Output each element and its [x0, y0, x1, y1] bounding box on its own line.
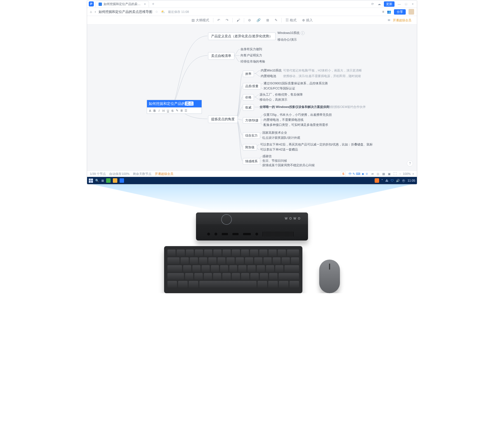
root-node-text[interactable]: 如何挖掘和定位产品的卖点 — [147, 100, 202, 107]
leaf-builtin-win10[interactable]: 内置Win10系统 — [261, 68, 282, 73]
root-node-editor[interactable]: 如何挖掘和定位产品的卖点 A B I H U S ✎ ≣ ☰ — [147, 100, 202, 114]
security-icon[interactable]: 🛡 — [391, 179, 394, 182]
leaf-discount[interactable]: 可以拿出下单H2后，再买其他产品可以减一定的折扣/优惠，比如：折叠键盘、鼠标 — [260, 142, 373, 147]
fullscreen-icon[interactable]: ⛶ — [393, 172, 396, 175]
topic-icon[interactable]: ⊞ — [265, 17, 271, 23]
collab-icon[interactable]: 👥 — [387, 10, 391, 14]
format-paint-icon[interactable]: 🖌 — [235, 17, 242, 23]
leaf-market-test[interactable]: 经得住市场的考验 — [241, 59, 265, 64]
leaf-cert[interactable]: 3C/CE/FCC等国际认证 — [263, 86, 295, 91]
bold-button[interactable]: B — [153, 109, 156, 112]
wechat-icon[interactable] — [106, 178, 111, 183]
node-product-definition[interactable]: 产品定义卖点（差异化卖点/差异化优势） — [208, 33, 276, 40]
sogou-ime-icon[interactable]: S — [341, 171, 346, 176]
leaf-greetings[interactable]: 生日、节假日问候 — [262, 159, 287, 163]
undo-icon[interactable]: ↶ — [216, 17, 222, 23]
avatar[interactable] — [409, 9, 414, 15]
node-convenience[interactable]: 方便/快捷 — [243, 117, 261, 124]
node-efficiency[interactable]: 效率 — [243, 71, 254, 77]
close-tab-icon[interactable]: × — [144, 2, 146, 6]
sogou-tray-icon[interactable] — [375, 178, 379, 183]
node-checklist[interactable]: 卖点自检清单 — [208, 52, 234, 60]
volume-icon[interactable]: 🔊 — [396, 179, 400, 182]
search-icon[interactable]: 🔍 — [95, 179, 99, 182]
leaf-mobile-demo[interactable]: 移动办公，高效演示 — [260, 98, 287, 102]
insert-menu[interactable]: ⊕ 插入 — [300, 17, 314, 24]
leaf-factory-price[interactable]: 源头工厂，价格优势，售后保障 — [260, 93, 303, 97]
home-icon[interactable]: ⌂ — [90, 10, 92, 14]
clock-text[interactable]: 11:05 — [407, 179, 415, 182]
list-icon[interactable]: ≣ — [180, 109, 183, 112]
leaf-self-capable[interactable]: 自身有实力做到 — [241, 47, 262, 51]
app-logo-icon[interactable]: P — [89, 1, 94, 6]
leaf-iso9001[interactable]: 通过ISO9001国际质量保证体系，品控体系完善 — [263, 81, 328, 85]
redo-icon[interactable]: ↷ — [224, 17, 230, 23]
node-strength[interactable]: 综合实力 — [243, 132, 260, 139]
cloud-sync-icon[interactable]: ⛅ — [161, 10, 165, 14]
update-button[interactable]: 更新 — [384, 1, 395, 7]
ime-tools-icon[interactable]: 中 ✎ ⌨ ☻ ⛭ — [349, 172, 368, 176]
underline-button[interactable]: U — [167, 109, 169, 112]
status-bar: 1/39 个节点 自动保存100% 剩余天数节点 开通超级会员 S 中 ✎ ⌨ … — [87, 170, 417, 177]
leaf-reddot[interactable]: 红点设计获奖团队/设计外观 — [262, 136, 300, 140]
menu-icon[interactable]: ≡ — [382, 10, 384, 14]
node-quality[interactable]: 品质/质量 — [243, 83, 261, 89]
pen-icon[interactable]: ✎ — [176, 109, 178, 112]
new-tab-button[interactable]: ＋ — [151, 1, 155, 6]
node-icon[interactable]: ⊖ — [246, 17, 253, 23]
highlight-button[interactable]: H — [162, 109, 165, 112]
mindmap-canvas[interactable]: 如何挖掘和定位产品的卖点 A B I H U S ✎ ≣ ☰ 产品定义卖点（差异… — [87, 25, 417, 170]
font-color-button[interactable]: A — [149, 109, 151, 112]
leaf-thankyou[interactable]: 感谢信 — [262, 154, 272, 158]
leaf-ports[interactable]: 配备多种接口类型，可实时满足多场景使用需求 — [263, 123, 328, 127]
zoom-in-button[interactable]: + — [412, 172, 414, 175]
leaf-builtin-battery[interactable]: 内置锂电池 — [261, 74, 276, 78]
task-view-icon[interactable]: ⊞ — [101, 179, 104, 182]
target-icon[interactable]: ◎ — [377, 172, 379, 176]
upgrade-link[interactable]: 开通超级会员 — [393, 18, 411, 22]
leaf-mobile-office[interactable]: 移动办公/演示 — [277, 38, 297, 42]
share-status-icon[interactable]: ➦ — [371, 172, 374, 176]
leaf-hightech[interactable]: 国家高新技术企业 — [262, 131, 287, 135]
leaf-prove-to-client[interactable]: 向客户证明实力 — [241, 53, 262, 57]
document-tab[interactable]: 如何挖掘和定位产品的卖… × — [95, 1, 149, 7]
node-addon[interactable]: 附加值 — [243, 144, 257, 151]
format-menu[interactable]: ☷ 格式 — [284, 17, 298, 24]
close-window-icon[interactable]: × — [411, 2, 415, 6]
node-emotion[interactable]: 情感维系 — [243, 158, 260, 165]
layout-icon[interactable]: ▦ — [382, 172, 385, 176]
node-authority[interactable]: 权威 — [243, 104, 254, 111]
share-button[interactable]: 分享 — [394, 9, 406, 15]
leaf-725g[interactable]: 仅重725g，书本大小，小巧便携，出差携带无负担 — [263, 113, 332, 117]
info-icon[interactable]: i — [301, 31, 305, 35]
app-taskbar-icon[interactable] — [120, 178, 124, 183]
leaf-care[interactable]: 疫情或某个国家局势不稳定的关心问候 — [262, 163, 315, 167]
node-price[interactable]: 价格 — [243, 94, 254, 101]
leaf-win10[interactable]: Windows10系统i — [277, 31, 305, 35]
ime-icon[interactable]: ㊥ — [402, 179, 405, 183]
tray-up-icon[interactable]: ˄ — [381, 179, 383, 182]
explorer-icon[interactable] — [113, 178, 117, 183]
theme-icon[interactable]: ▣ — [388, 172, 391, 176]
network-icon[interactable]: 🖧 — [385, 179, 388, 182]
minimize-icon[interactable]: — — [397, 2, 401, 6]
maximize-icon[interactable]: □ — [404, 2, 408, 6]
sync-icon[interactable]: ⟳ — [370, 2, 374, 6]
upgrade-hint[interactable]: 开通超级会员 — [155, 172, 173, 176]
link-icon[interactable]: 🔗 — [255, 17, 262, 23]
star-icon[interactable]: ☆ — [155, 10, 158, 14]
outline-mode-button[interactable]: ▤ 大纲模式 — [190, 17, 211, 24]
cloud-icon[interactable]: ☁ — [377, 2, 381, 6]
italic-button[interactable]: I — [158, 109, 160, 112]
zoom-out-button[interactable]: − — [399, 172, 401, 175]
ordered-list-icon[interactable]: ☰ — [185, 109, 187, 112]
start-button[interactable] — [89, 179, 93, 183]
help-icon[interactable]: ? — [407, 160, 413, 167]
leaf-gift[interactable]: 可以拿出下单H2送一套赠品 — [260, 147, 298, 152]
preview-icon[interactable]: 👁 — [388, 19, 391, 22]
leaf-global-only[interactable]: 全球唯一的 Windows投影仪设备和解决方案提供商 — [260, 105, 329, 109]
leaf-no-cable[interactable]: 内置锂电池，不需要插电连线 — [263, 118, 304, 122]
edit-icon[interactable]: ✎ — [273, 17, 279, 23]
strike-button[interactable]: S — [171, 109, 174, 112]
node-angles[interactable]: 提炼卖点的角度 — [208, 115, 238, 123]
